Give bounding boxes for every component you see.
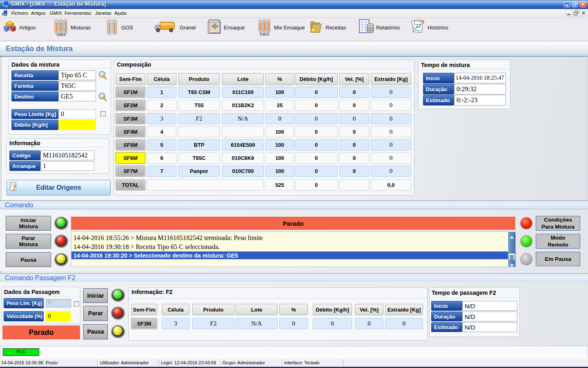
svg-text:GMIX: GMIX: [56, 33, 66, 36]
svg-text:GMIX: GMIX: [260, 32, 269, 36]
